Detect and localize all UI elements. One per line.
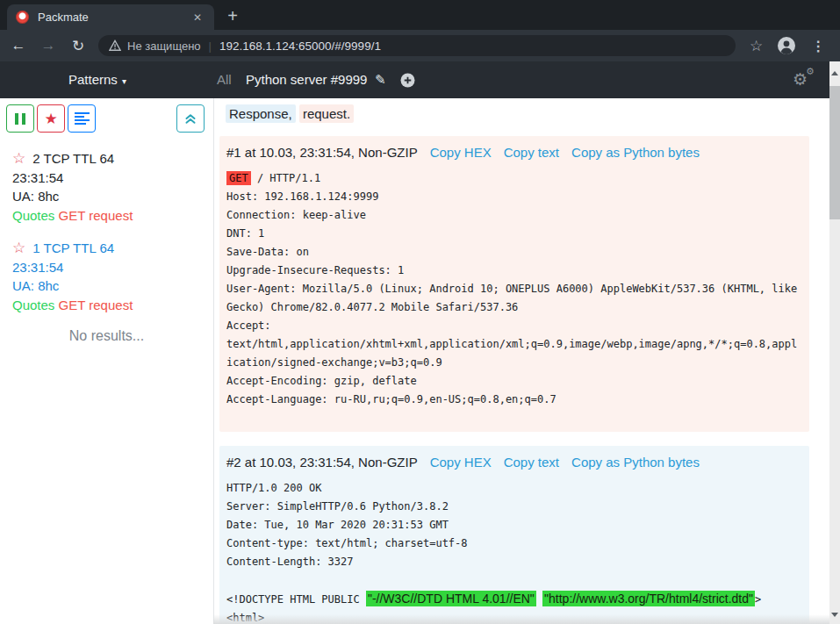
collapse-sidebar-button[interactable] [176, 104, 205, 133]
stream-sidebar: ★ ☆ 2 TCP TTL 64 23:31:54 UA: 8hc Quotes… [0, 98, 213, 624]
packet-title: #2 at 10.03, 23:31:54, Non-GZIP [226, 455, 418, 470]
scroll-up-arrow-icon[interactable] [829, 67, 840, 79]
stream-list-item[interactable]: ☆ 2 TCP TTL 64 23:31:54 UA: 8hc Quotes G… [0, 147, 213, 225]
star-icon: ★ [44, 110, 57, 128]
scrollbar-thumb[interactable] [829, 86, 840, 219]
stream-item-tags: Quotes GET request [12, 206, 203, 226]
reload-icon[interactable]: ↻ [67, 37, 90, 55]
packmate-favicon-icon [16, 11, 29, 24]
copy-action-link[interactable]: Copy as Python bytes [571, 145, 700, 160]
vertical-scrollbar[interactable] [829, 61, 840, 624]
copy-action-link[interactable]: Copy text [504, 455, 559, 470]
list-icon [75, 123, 86, 125]
stream-item-ua: UA: 8hc [12, 276, 203, 296]
patterns-label: Patterns [68, 72, 118, 87]
stream-list: ☆ 2 TCP TTL 64 23:31:54 UA: 8hc Quotes G… [0, 147, 213, 314]
app-header: Patterns▾ All Python server #9999 ✎ ⚙ ⚙ [0, 61, 829, 98]
packet-actions: Copy HEXCopy textCopy as Python bytes [418, 145, 700, 160]
pause-icon [15, 113, 18, 125]
security-label[interactable]: Не защищено [127, 39, 201, 53]
stream-item-title: 2 TCP TTL 64 [32, 149, 114, 169]
browser-menu-icon[interactable]: ⋮ [808, 38, 828, 54]
summary-term: Response, [226, 104, 296, 123]
tab-title: Packmate [38, 11, 190, 24]
not-secure-warning-icon [109, 39, 121, 52]
browser-tab[interactable]: Packmate ✕ [7, 4, 214, 30]
pause-icon [22, 113, 25, 125]
horizontal-scrollbar[interactable] [213, 614, 829, 624]
scroll-down-arrow-icon[interactable] [829, 608, 840, 620]
back-icon[interactable]: ← [7, 37, 30, 54]
caret-down-icon: ▾ [122, 76, 126, 86]
summary-term: request. [299, 104, 354, 123]
highlight-match: GET [226, 171, 251, 185]
packet-card: #2 at 10.03, 23:31:54, Non-GZIPCopy HEXC… [219, 446, 809, 624]
profile-avatar-icon[interactable] [777, 36, 796, 55]
bookmark-star-icon[interactable]: ☆ [750, 37, 763, 55]
filter-summary: Response, request. [226, 104, 354, 124]
list-view-button[interactable] [68, 104, 96, 133]
copy-action-link[interactable]: Copy text [504, 145, 559, 160]
add-service-button[interactable] [400, 73, 415, 88]
list-icon [75, 116, 84, 118]
address-bar[interactable]: Не защищено | 192.168.1.124:65000/#/9999… [98, 35, 736, 56]
stream-item-tags: Quotes GET request [12, 296, 203, 315]
stream-tag: GET request [59, 208, 133, 223]
highlight-match: "-//W3C//DTD HTML 4.01//EN" [366, 591, 536, 606]
gear-small-icon: ⚙ [806, 66, 815, 77]
url-separator: | [209, 39, 212, 53]
packet-view: Response, request. #1 at 10.03, 23:31:54… [214, 98, 829, 624]
url-text[interactable]: 192.168.1.124:65000/#/9999/1 [219, 39, 381, 53]
favorites-filter-button[interactable]: ★ [37, 104, 65, 133]
stream-tag: Quotes [12, 298, 54, 312]
tab-all[interactable]: All [217, 61, 232, 98]
stream-item-ua: UA: 8hc [12, 187, 203, 206]
pause-capture-button[interactable] [6, 104, 34, 133]
settings-gears-icon[interactable]: ⚙ ⚙ [793, 61, 821, 98]
packet-card: #1 at 10.03, 23:31:54, Non-GZIPCopy HEXC… [219, 136, 809, 432]
close-tab-icon[interactable]: ✕ [190, 10, 205, 25]
stream-tag: Quotes [12, 208, 54, 223]
edit-pencil-icon[interactable]: ✎ [375, 61, 386, 98]
patterns-dropdown[interactable]: Patterns▾ [68, 61, 126, 98]
copy-action-link[interactable]: Copy as Python bytes [571, 455, 700, 470]
no-results-label: No results... [0, 328, 213, 344]
new-tab-button[interactable]: + [221, 5, 244, 28]
list-icon [75, 119, 90, 121]
browser-toolbar: ← → ↻ Не защищено | 192.168.1.124:65000/… [0, 30, 840, 61]
browser-tabstrip: Packmate ✕ + [0, 0, 840, 30]
stream-star-icon[interactable]: ☆ [12, 239, 25, 258]
forward-icon[interactable]: → [37, 37, 60, 54]
list-icon [75, 112, 90, 114]
stream-list-item[interactable]: ☆ 1 TCP TTL 64 23:31:54 UA: 8hc Quotes G… [0, 237, 213, 314]
highlight-match: "http://www.w3.org/TR/html4/strict.dtd" [542, 591, 755, 606]
stream-item-title: 1 TCP TTL 64 [32, 239, 114, 258]
chevron-double-up-icon [183, 111, 197, 126]
copy-action-link[interactable]: Copy HEX [430, 455, 492, 470]
stream-item-time: 23:31:54 [12, 169, 203, 188]
stream-tag: GET request [59, 298, 133, 312]
stream-item-time: 23:31:54 [12, 258, 203, 277]
copy-action-link[interactable]: Copy HEX [430, 145, 492, 160]
packet-actions: Copy HEXCopy textCopy as Python bytes [418, 455, 700, 470]
packet-title: #1 at 10.03, 23:31:54, Non-GZIP [226, 145, 418, 160]
tab-service[interactable]: Python server #9999 [246, 61, 367, 98]
stream-star-icon[interactable]: ☆ [12, 149, 25, 169]
packet-body: GET / HTTP/1.1 Host: 192.168.1.124:9999 … [226, 169, 802, 409]
packet-body: HTTP/1.0 200 OK Server: SimpleHTTP/0.6 P… [226, 479, 802, 624]
